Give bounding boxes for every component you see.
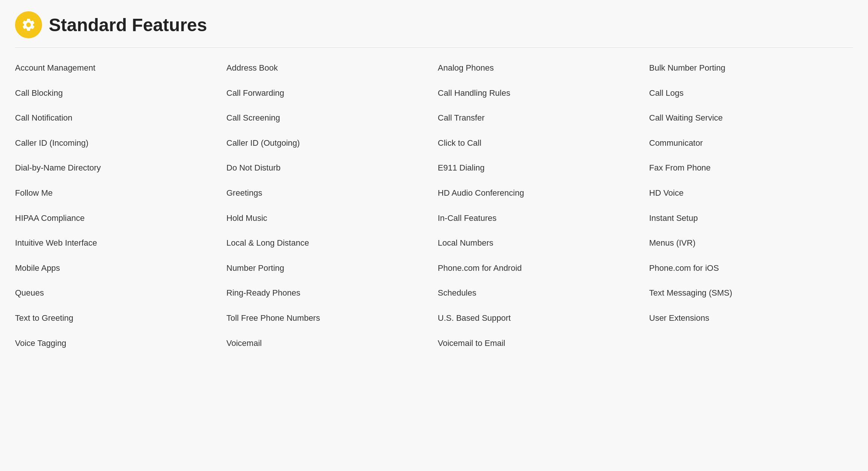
feature-item: In-Call Features — [438, 213, 642, 224]
feature-item: Call Logs — [649, 88, 853, 99]
feature-item: Voicemail — [226, 338, 430, 349]
feature-item: Phone.com for iOS — [649, 263, 853, 274]
feature-item: Local & Long Distance — [226, 238, 430, 249]
feature-item: Dial-by-Name Directory — [15, 163, 219, 174]
feature-item: Follow Me — [15, 188, 219, 199]
feature-item: Phone.com for Android — [438, 263, 642, 274]
feature-item: Do Not Disturb — [226, 163, 430, 174]
feature-item: Mobile Apps — [15, 263, 219, 274]
feature-item: Communicator — [649, 138, 853, 149]
feature-item: Call Waiting Service — [649, 113, 853, 124]
feature-item: Call Notification — [15, 113, 219, 124]
feature-item: Bulk Number Porting — [649, 63, 853, 74]
feature-item: HIPAA Compliance — [15, 213, 219, 224]
gear-icon — [15, 11, 42, 38]
feature-item: Toll Free Phone Numbers — [226, 313, 430, 324]
gear-svg — [21, 17, 36, 32]
feature-item: Call Transfer — [438, 113, 642, 124]
feature-item: Call Forwarding — [226, 88, 430, 99]
feature-item: Local Numbers — [438, 238, 642, 249]
feature-item: Caller ID (Incoming) — [15, 138, 219, 149]
feature-item — [649, 338, 853, 349]
feature-item: Menus (IVR) — [649, 238, 853, 249]
feature-item: Call Blocking — [15, 88, 219, 99]
feature-item: Call Handling Rules — [438, 88, 642, 99]
feature-item: Click to Call — [438, 138, 642, 149]
feature-item: Greetings — [226, 188, 430, 199]
header-divider — [15, 47, 853, 48]
feature-item: Voicemail to Email — [438, 338, 642, 349]
feature-item: Fax From Phone — [649, 163, 853, 174]
feature-item: Intuitive Web Interface — [15, 238, 219, 249]
page-header: Standard Features — [15, 11, 853, 38]
feature-item: E911 Dialing — [438, 163, 642, 174]
feature-item: Ring-Ready Phones — [226, 288, 430, 299]
feature-item: Call Screening — [226, 113, 430, 124]
feature-item: Queues — [15, 288, 219, 299]
feature-item: Account Management — [15, 63, 219, 74]
feature-item: Schedules — [438, 288, 642, 299]
features-grid: Account ManagementAddress BookAnalog Pho… — [15, 63, 853, 349]
page-title: Standard Features — [49, 15, 207, 35]
feature-item: User Extensions — [649, 313, 853, 324]
feature-item: Instant Setup — [649, 213, 853, 224]
feature-item: Voice Tagging — [15, 338, 219, 349]
feature-item: Analog Phones — [438, 63, 642, 74]
feature-item: Number Porting — [226, 263, 430, 274]
feature-item: Hold Music — [226, 213, 430, 224]
feature-item: Text Messaging (SMS) — [649, 288, 853, 299]
feature-item: U.S. Based Support — [438, 313, 642, 324]
feature-item: Caller ID (Outgoing) — [226, 138, 430, 149]
feature-item: HD Audio Conferencing — [438, 188, 642, 199]
feature-item: Text to Greeting — [15, 313, 219, 324]
feature-item: HD Voice — [649, 188, 853, 199]
feature-item: Address Book — [226, 63, 430, 74]
